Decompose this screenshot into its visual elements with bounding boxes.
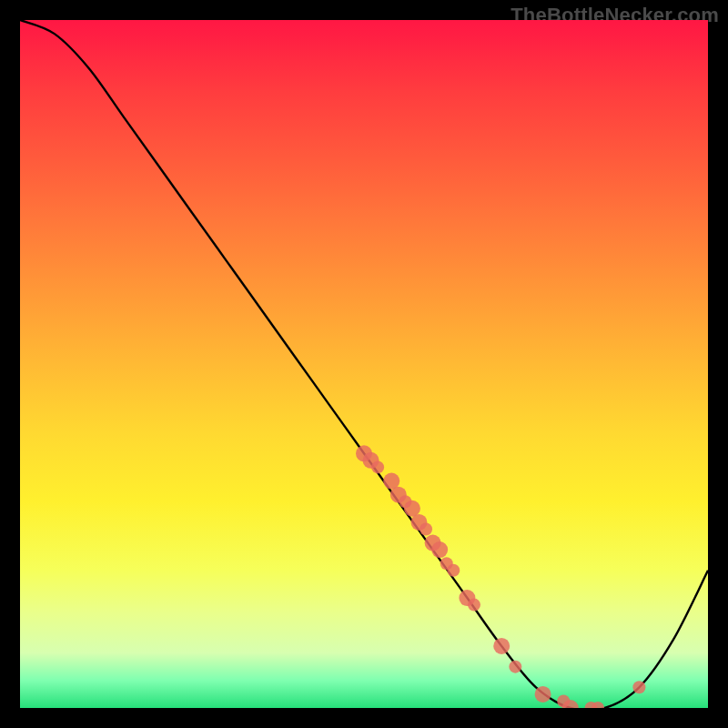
data-point xyxy=(509,661,521,673)
curve-layer xyxy=(20,20,708,708)
data-point xyxy=(371,460,384,473)
plot-area xyxy=(20,20,708,708)
data-point xyxy=(447,564,460,577)
data-point xyxy=(420,522,432,535)
data-point xyxy=(535,686,551,703)
data-point xyxy=(431,541,448,558)
data-point xyxy=(468,599,480,612)
data-point xyxy=(493,638,510,654)
data-point xyxy=(632,681,645,693)
chart-container: TheBottleNecker.com xyxy=(0,0,728,728)
bottleneck-curve xyxy=(20,20,708,708)
marker-group xyxy=(356,445,645,708)
